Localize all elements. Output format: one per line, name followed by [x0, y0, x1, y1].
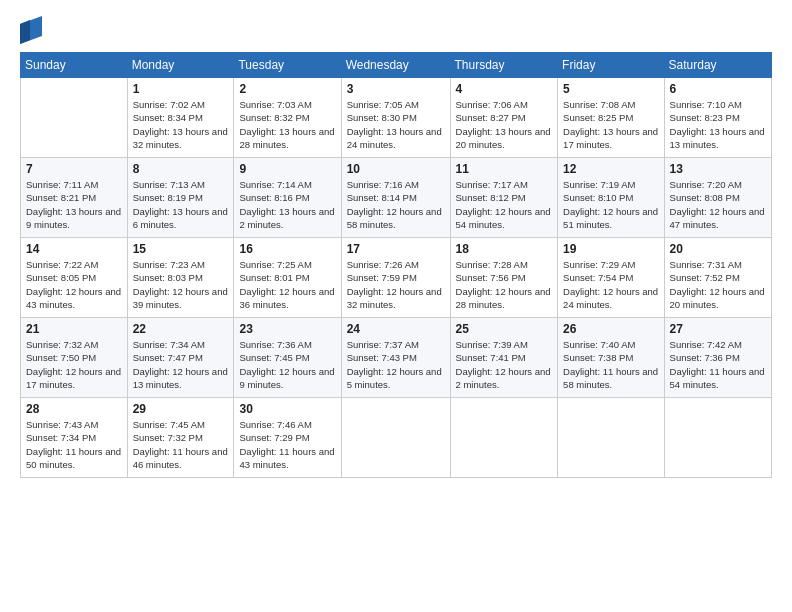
cell-sun-info: Sunrise: 7:10 AMSunset: 8:23 PMDaylight:… [670, 98, 766, 151]
weekday-header-monday: Monday [127, 53, 234, 78]
cell-daylight: Daylight: 12 hours and 51 minutes. [563, 205, 658, 232]
cell-sun-info: Sunrise: 7:46 AMSunset: 7:29 PMDaylight:… [239, 418, 335, 471]
cell-sun-info: Sunrise: 7:02 AMSunset: 8:34 PMDaylight:… [133, 98, 229, 151]
cell-sun-info: Sunrise: 7:42 AMSunset: 7:36 PMDaylight:… [670, 338, 766, 391]
cell-daylight: Daylight: 12 hours and 43 minutes. [26, 285, 122, 312]
calendar-week-3: 14Sunrise: 7:22 AMSunset: 8:05 PMDayligh… [21, 238, 772, 318]
cell-daylight: Daylight: 13 hours and 20 minutes. [456, 125, 553, 152]
cell-sun-info: Sunrise: 7:25 AMSunset: 8:01 PMDaylight:… [239, 258, 335, 311]
cell-sunrise: Sunrise: 7:32 AM [26, 338, 122, 351]
logo [20, 18, 46, 44]
cell-daylight: Daylight: 13 hours and 28 minutes. [239, 125, 335, 152]
cell-day-number: 13 [670, 162, 766, 176]
cell-sunset: Sunset: 7:36 PM [670, 351, 766, 364]
calendar-cell: 27Sunrise: 7:42 AMSunset: 7:36 PMDayligh… [664, 318, 771, 398]
cell-day-number: 2 [239, 82, 335, 96]
cell-sunset: Sunset: 8:25 PM [563, 111, 658, 124]
calendar-cell: 30Sunrise: 7:46 AMSunset: 7:29 PMDayligh… [234, 398, 341, 478]
cell-day-number: 9 [239, 162, 335, 176]
cell-daylight: Daylight: 12 hours and 5 minutes. [347, 365, 445, 392]
cell-sunset: Sunset: 7:56 PM [456, 271, 553, 284]
cell-sunset: Sunset: 8:05 PM [26, 271, 122, 284]
cell-day-number: 10 [347, 162, 445, 176]
cell-sunset: Sunset: 8:30 PM [347, 111, 445, 124]
cell-daylight: Daylight: 13 hours and 24 minutes. [347, 125, 445, 152]
cell-daylight: Daylight: 12 hours and 2 minutes. [456, 365, 553, 392]
calendar-week-5: 28Sunrise: 7:43 AMSunset: 7:34 PMDayligh… [21, 398, 772, 478]
calendar-cell: 12Sunrise: 7:19 AMSunset: 8:10 PMDayligh… [558, 158, 664, 238]
svg-marker-1 [20, 20, 30, 44]
cell-sunrise: Sunrise: 7:22 AM [26, 258, 122, 271]
cell-day-number: 8 [133, 162, 229, 176]
calendar-cell: 14Sunrise: 7:22 AMSunset: 8:05 PMDayligh… [21, 238, 128, 318]
cell-sunset: Sunset: 7:43 PM [347, 351, 445, 364]
weekday-header-row: SundayMondayTuesdayWednesdayThursdayFrid… [21, 53, 772, 78]
cell-daylight: Daylight: 12 hours and 36 minutes. [239, 285, 335, 312]
cell-sun-info: Sunrise: 7:22 AMSunset: 8:05 PMDaylight:… [26, 258, 122, 311]
calendar-cell: 26Sunrise: 7:40 AMSunset: 7:38 PMDayligh… [558, 318, 664, 398]
cell-sun-info: Sunrise: 7:39 AMSunset: 7:41 PMDaylight:… [456, 338, 553, 391]
cell-daylight: Daylight: 13 hours and 6 minutes. [133, 205, 229, 232]
cell-daylight: Daylight: 13 hours and 2 minutes. [239, 205, 335, 232]
calendar-cell: 17Sunrise: 7:26 AMSunset: 7:59 PMDayligh… [341, 238, 450, 318]
cell-sunrise: Sunrise: 7:26 AM [347, 258, 445, 271]
calendar-cell: 6Sunrise: 7:10 AMSunset: 8:23 PMDaylight… [664, 78, 771, 158]
cell-sunset: Sunset: 8:27 PM [456, 111, 553, 124]
cell-sunrise: Sunrise: 7:08 AM [563, 98, 658, 111]
cell-daylight: Daylight: 13 hours and 13 minutes. [670, 125, 766, 152]
cell-day-number: 17 [347, 242, 445, 256]
cell-sunset: Sunset: 8:10 PM [563, 191, 658, 204]
cell-day-number: 28 [26, 402, 122, 416]
cell-sun-info: Sunrise: 7:08 AMSunset: 8:25 PMDaylight:… [563, 98, 658, 151]
cell-sun-info: Sunrise: 7:45 AMSunset: 7:32 PMDaylight:… [133, 418, 229, 471]
cell-sunrise: Sunrise: 7:20 AM [670, 178, 766, 191]
cell-sunset: Sunset: 8:08 PM [670, 191, 766, 204]
weekday-header-friday: Friday [558, 53, 664, 78]
calendar-cell: 25Sunrise: 7:39 AMSunset: 7:41 PMDayligh… [450, 318, 558, 398]
cell-sunrise: Sunrise: 7:40 AM [563, 338, 658, 351]
cell-sunrise: Sunrise: 7:16 AM [347, 178, 445, 191]
cell-daylight: Daylight: 11 hours and 50 minutes. [26, 445, 122, 472]
cell-sunrise: Sunrise: 7:34 AM [133, 338, 229, 351]
cell-sunset: Sunset: 8:03 PM [133, 271, 229, 284]
cell-sunrise: Sunrise: 7:06 AM [456, 98, 553, 111]
weekday-header-saturday: Saturday [664, 53, 771, 78]
calendar-cell: 2Sunrise: 7:03 AMSunset: 8:32 PMDaylight… [234, 78, 341, 158]
cell-sunset: Sunset: 7:41 PM [456, 351, 553, 364]
calendar-cell [341, 398, 450, 478]
cell-sun-info: Sunrise: 7:19 AMSunset: 8:10 PMDaylight:… [563, 178, 658, 231]
calendar-cell [450, 398, 558, 478]
cell-sunrise: Sunrise: 7:25 AM [239, 258, 335, 271]
cell-sun-info: Sunrise: 7:11 AMSunset: 8:21 PMDaylight:… [26, 178, 122, 231]
cell-sunset: Sunset: 7:54 PM [563, 271, 658, 284]
weekday-header-wednesday: Wednesday [341, 53, 450, 78]
calendar-cell: 1Sunrise: 7:02 AMSunset: 8:34 PMDaylight… [127, 78, 234, 158]
cell-sunset: Sunset: 8:19 PM [133, 191, 229, 204]
cell-sunrise: Sunrise: 7:29 AM [563, 258, 658, 271]
calendar-cell: 8Sunrise: 7:13 AMSunset: 8:19 PMDaylight… [127, 158, 234, 238]
cell-sunset: Sunset: 7:52 PM [670, 271, 766, 284]
calendar-cell: 18Sunrise: 7:28 AMSunset: 7:56 PMDayligh… [450, 238, 558, 318]
cell-day-number: 27 [670, 322, 766, 336]
page: SundayMondayTuesdayWednesdayThursdayFrid… [0, 0, 792, 612]
cell-sunset: Sunset: 7:45 PM [239, 351, 335, 364]
cell-day-number: 23 [239, 322, 335, 336]
cell-daylight: Daylight: 12 hours and 20 minutes. [670, 285, 766, 312]
cell-sun-info: Sunrise: 7:28 AMSunset: 7:56 PMDaylight:… [456, 258, 553, 311]
cell-daylight: Daylight: 12 hours and 28 minutes. [456, 285, 553, 312]
cell-sun-info: Sunrise: 7:43 AMSunset: 7:34 PMDaylight:… [26, 418, 122, 471]
weekday-header-tuesday: Tuesday [234, 53, 341, 78]
cell-sun-info: Sunrise: 7:17 AMSunset: 8:12 PMDaylight:… [456, 178, 553, 231]
calendar-cell: 21Sunrise: 7:32 AMSunset: 7:50 PMDayligh… [21, 318, 128, 398]
cell-daylight: Daylight: 12 hours and 47 minutes. [670, 205, 766, 232]
cell-sun-info: Sunrise: 7:26 AMSunset: 7:59 PMDaylight:… [347, 258, 445, 311]
header [20, 18, 772, 44]
calendar-cell: 5Sunrise: 7:08 AMSunset: 8:25 PMDaylight… [558, 78, 664, 158]
cell-daylight: Daylight: 12 hours and 39 minutes. [133, 285, 229, 312]
cell-sunset: Sunset: 8:14 PM [347, 191, 445, 204]
cell-sunrise: Sunrise: 7:05 AM [347, 98, 445, 111]
cell-sun-info: Sunrise: 7:13 AMSunset: 8:19 PMDaylight:… [133, 178, 229, 231]
cell-sunrise: Sunrise: 7:02 AM [133, 98, 229, 111]
cell-sun-info: Sunrise: 7:20 AMSunset: 8:08 PMDaylight:… [670, 178, 766, 231]
cell-sunrise: Sunrise: 7:23 AM [133, 258, 229, 271]
